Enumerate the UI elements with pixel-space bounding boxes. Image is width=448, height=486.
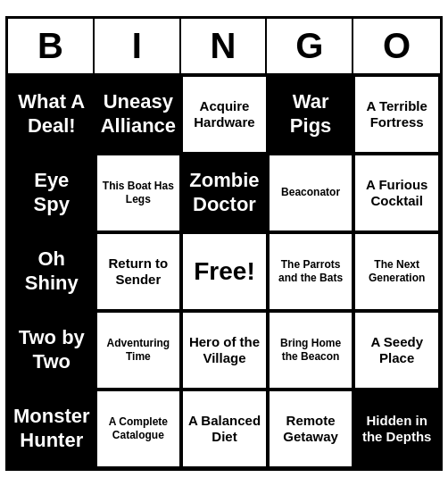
bingo-cell-18[interactable]: Bring Home the Beacon [268, 311, 354, 390]
bingo-cell-20[interactable]: Monster Hunter [8, 390, 95, 468]
bingo-cell-13[interactable]: The Parrots and the Bats [268, 232, 354, 311]
bingo-cell-3[interactable]: War Pigs [268, 75, 354, 154]
bingo-cell-10[interactable]: Oh Shiny [8, 232, 95, 311]
header-letter-o: O [353, 19, 440, 73]
bingo-header: BINGO [8, 19, 440, 73]
bingo-cell-2[interactable]: Acquire Hardware [181, 75, 268, 154]
bingo-cell-23[interactable]: Remote Getaway [268, 390, 354, 468]
bingo-cell-24[interactable]: Hidden in the Depths [353, 390, 440, 468]
bingo-cell-22[interactable]: A Balanced Diet [181, 390, 268, 468]
bingo-cell-5[interactable]: Eye Spy [8, 154, 95, 232]
bingo-card: BINGO What A Deal!Uneasy AllianceAcquire… [5, 16, 443, 471]
header-letter-g: G [267, 19, 353, 73]
bingo-cell-8[interactable]: Beaconator [268, 154, 354, 232]
bingo-cell-0[interactable]: What A Deal! [8, 75, 95, 154]
bingo-cell-17[interactable]: Hero of the Village [181, 311, 268, 390]
bingo-cell-6[interactable]: This Boat Has Legs [95, 154, 182, 232]
bingo-cell-15[interactable]: Two by Two [8, 311, 95, 390]
bingo-cell-1[interactable]: Uneasy Alliance [95, 75, 182, 154]
bingo-cell-7[interactable]: Zombie Doctor [181, 154, 268, 232]
bingo-cell-19[interactable]: A Seedy Place [353, 311, 440, 390]
header-letter-b: B [8, 19, 95, 73]
bingo-cell-12[interactable]: Free! [181, 232, 268, 311]
bingo-cell-9[interactable]: A Furious Cocktail [353, 154, 440, 232]
bingo-cell-11[interactable]: Return to Sender [95, 232, 182, 311]
bingo-grid: What A Deal!Uneasy AllianceAcquire Hardw… [8, 73, 440, 468]
header-letter-i: I [95, 19, 181, 73]
bingo-cell-21[interactable]: A Complete Catalogue [95, 390, 182, 468]
bingo-cell-16[interactable]: Adventuring Time [95, 311, 182, 390]
header-letter-n: N [181, 19, 268, 73]
bingo-cell-4[interactable]: A Terrible Fortress [353, 75, 440, 154]
bingo-cell-14[interactable]: The Next Generation [353, 232, 440, 311]
